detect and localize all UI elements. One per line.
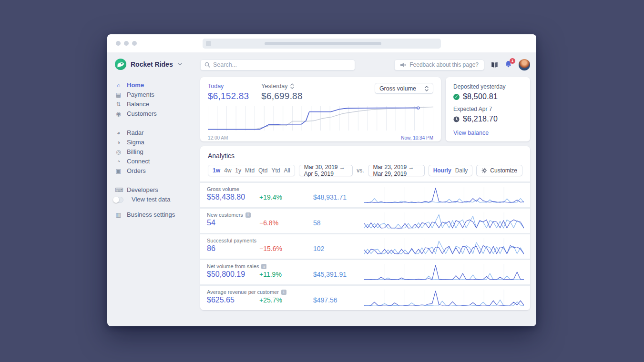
url-text-placeholder [265, 42, 381, 45]
search-icon [204, 62, 210, 68]
close-window-button[interactable] [116, 41, 121, 46]
feedback-label: Feedback about this page? [409, 61, 479, 68]
test-data-toggle-row[interactable]: View test data [115, 195, 200, 204]
yesterday-value: $6,699.88 [261, 91, 302, 101]
analytics-card: Analytics 1w 4w 1y Mtd Qtd Ytd All Mar [200, 146, 530, 310]
metric-select[interactable]: Gross volume [375, 83, 433, 94]
megaphone-icon [400, 62, 406, 68]
metric-row-new-customers[interactable]: New customersi 54 −6.8% 58 [200, 209, 530, 233]
sidebar-nav: ⌂ Home ▤ Payments ⇅ Balance ◉ Customers [115, 80, 200, 220]
sidebar-item-payments[interactable]: ▤ Payments [115, 90, 200, 100]
previous-range-button[interactable]: Mar 23, 2019 → Mar 29, 2019 [368, 165, 425, 176]
period-1y[interactable]: 1y [235, 167, 241, 174]
period-1w[interactable]: 1w [213, 167, 220, 174]
info-icon[interactable]: i [281, 290, 286, 295]
period-filter-group: 1w 4w 1y Mtd Qtd Ytd All [208, 165, 295, 176]
metric-row-gross-volume[interactable]: Gross volume $58,438.80 +19.4% $48,931.7… [200, 183, 530, 207]
sidebar-item-balance[interactable]: ⇅ Balance [115, 100, 200, 109]
metric-current-value: $58,438.80 [207, 193, 259, 201]
expected-value: $6,218.70 [463, 115, 498, 123]
sparkline-chart [364, 237, 524, 255]
sort-updown-icon[interactable] [290, 83, 294, 89]
info-icon[interactable]: i [261, 264, 266, 269]
gear-icon [481, 168, 487, 173]
search-input[interactable] [213, 61, 351, 68]
metric-row-successful-payments[interactable]: Successful payments 86 −15.6% 102 [200, 234, 530, 259]
period-all[interactable]: All [284, 167, 290, 174]
main-content: Feedback about this page? 1 Today [200, 52, 530, 310]
period-qtd[interactable]: Qtd [258, 167, 267, 174]
address-bar[interactable] [203, 39, 441, 49]
vs-label: vs. [357, 167, 364, 174]
sidebar-item-sigma[interactable]: ◑ Sigma [115, 138, 200, 147]
period-4w[interactable]: 4w [224, 167, 231, 174]
sparkline-chart [364, 263, 524, 281]
sidebar-item-developers[interactable]: ⌨ Developers [115, 185, 200, 195]
metric-row-average-revenue[interactable]: Average revenue per customeri $625.65 +2… [200, 286, 530, 310]
account-name: Rocket Rides [131, 60, 173, 68]
user-avatar[interactable] [519, 59, 530, 70]
current-range-button[interactable]: Mar 30, 2019 → Apr 5, 2019 [299, 165, 353, 176]
topbar-right: Feedback about this page? 1 [394, 59, 530, 70]
metric-current-value: $625.65 [207, 296, 259, 304]
customers-icon: ◉ [115, 109, 122, 119]
sparkline-chart [364, 186, 524, 204]
deposited-label: Deposited yesterday [453, 83, 522, 90]
account-switcher[interactable]: Rocket Rides [115, 59, 200, 70]
sidebar-item-home[interactable]: ⌂ Home [115, 80, 200, 90]
developers-icon: ⌨ [115, 185, 122, 195]
feedback-button[interactable]: Feedback about this page? [394, 60, 484, 70]
deposits-card: Deposited yesterday ✓ $8,500.81 Expected… [446, 77, 530, 141]
notification-badge: 1 [510, 58, 515, 64]
sidebar-item-billing[interactable]: ◎ Billing [115, 147, 200, 157]
orders-icon: ▣ [115, 166, 122, 176]
zoom-window-button[interactable] [132, 41, 137, 46]
period-mtd[interactable]: Mtd [245, 167, 255, 174]
today-label: Today [208, 83, 249, 90]
period-ytd[interactable]: Ytd [271, 167, 280, 174]
info-icon[interactable]: i [245, 212, 251, 218]
granularity-hourly[interactable]: Hourly [433, 167, 451, 174]
sidebar-item-orders[interactable]: ▣ Orders [115, 166, 200, 176]
view-balance-link[interactable]: View balance [453, 130, 489, 136]
test-data-toggle[interactable] [113, 197, 123, 203]
yesterday-label: Yesterday [261, 83, 287, 90]
volume-overview-card: Today $6,152.83 Yesterday $6,699.88 Gros… [200, 77, 441, 141]
search-bar[interactable] [200, 60, 355, 70]
metric-previous-value: 58 [313, 219, 321, 227]
analytics-filters: 1w 4w 1y Mtd Qtd Ytd All Mar 30, 2019 → … [208, 165, 522, 176]
radar-icon: ◕ [115, 128, 122, 138]
metric-current-value: 54 [207, 219, 259, 227]
clock-icon [453, 116, 460, 122]
customize-button[interactable]: Customize [476, 165, 522, 176]
balance-icon: ⇅ [115, 100, 122, 109]
sparkline-chart [364, 211, 524, 230]
sidebar-item-connect[interactable]: ◔ Connect [115, 157, 200, 166]
metric-current-value: 86 [207, 244, 259, 253]
window-controls [116, 41, 137, 46]
check-circle-icon: ✓ [453, 94, 460, 100]
analytics-title: Analytics [208, 152, 522, 160]
home-icon: ⌂ [115, 80, 122, 90]
business-settings-icon: ▥ [115, 210, 122, 220]
docs-book-icon[interactable] [491, 61, 498, 68]
metric-delta: −15.6% [259, 245, 313, 252]
minimize-window-button[interactable] [124, 41, 129, 46]
metric-delta: +19.4% [259, 193, 313, 201]
sidebar-item-customers[interactable]: ◉ Customers [115, 109, 200, 119]
today-value: $6,152.83 [208, 91, 249, 101]
billing-icon: ◎ [115, 147, 122, 157]
metric-current-value: $50,800.19 [207, 270, 259, 279]
connect-icon: ◔ [115, 157, 122, 166]
deposited-value: $8,500.81 [463, 92, 498, 101]
granularity-daily[interactable]: Daily [455, 167, 468, 174]
dashboard-app: Rocket Rides ⌂ Home ▤ Payments ⇅ Balance… [107, 52, 536, 326]
sidebar-item-business-settings[interactable]: ▥ Business settings [115, 210, 200, 220]
favicon [206, 41, 211, 46]
notifications-button[interactable]: 1 [505, 60, 512, 70]
yesterday-metric[interactable]: Yesterday $6,699.88 [261, 83, 302, 101]
today-metric[interactable]: Today $6,152.83 [208, 83, 249, 101]
sidebar-item-radar[interactable]: ◕ Radar [115, 128, 200, 138]
metric-delta: +11.9% [259, 271, 313, 278]
metric-row-net-volume[interactable]: Net volume from salesi $50,800.19 +11.9%… [200, 260, 530, 284]
